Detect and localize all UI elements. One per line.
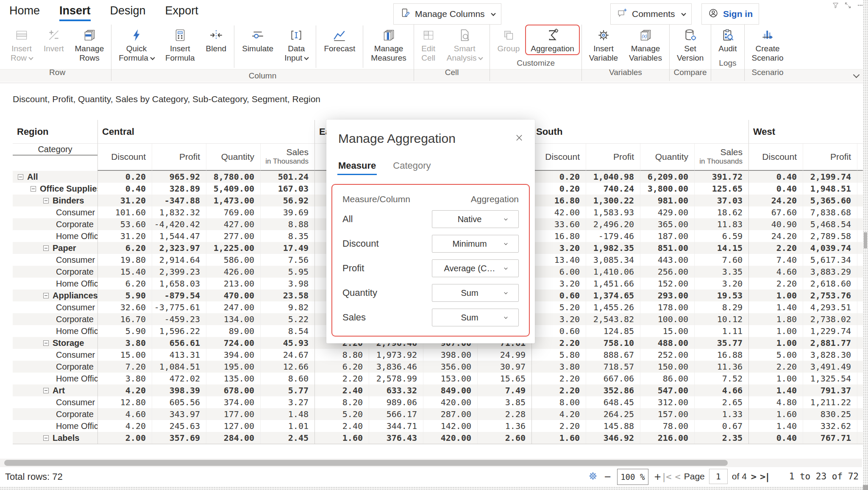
gear-icon[interactable] — [587, 471, 598, 483]
table-cell[interactable]: 2,199.74 — [803, 171, 857, 183]
table-cell[interactable]: 0.40 — [748, 183, 803, 195]
table-cell[interactable]: 8,780.00 — [206, 171, 260, 183]
table-cell[interactable]: 56.92 — [260, 195, 314, 206]
table-cell[interactable]: 37.03 — [694, 195, 748, 206]
measure-header-profit[interactable]: Profit — [586, 144, 640, 171]
table-cell[interactable]: 216.00 — [640, 432, 694, 444]
table-cell[interactable]: 8.54 — [260, 325, 314, 337]
quick-formula-button[interactable]: QuickFormula — [113, 25, 160, 64]
page-number-input[interactable]: 1 — [709, 469, 728, 484]
table-cell[interactable]: 1.00 — [748, 373, 803, 384]
table-cell[interactable]: 413.31 — [152, 349, 206, 361]
table-cell[interactable]: 3.20 — [531, 242, 586, 254]
table-cell[interactable]: 648.45 — [586, 396, 640, 408]
table-cell[interactable]: 152.00 — [640, 278, 694, 290]
table-cell[interactable]: 2,914.64 — [152, 254, 206, 266]
table-cell[interactable]: 178.00 — [640, 301, 694, 313]
collapse-icon[interactable] — [18, 174, 23, 180]
table-cell[interactable]: 1.40 — [748, 301, 803, 313]
category-column-header[interactable]: Category — [13, 144, 97, 156]
row-label-office-supplies[interactable]: Office Supplies — [13, 183, 97, 195]
table-cell[interactable]: 1.60 — [531, 432, 586, 444]
table-cell[interactable]: 14.15 — [694, 242, 748, 254]
table-cell[interactable]: 0.20 — [97, 171, 152, 183]
table-cell[interactable]: 67.60 — [748, 206, 803, 218]
measure-header-sales[interactable]: Salesin Thousands — [694, 144, 748, 171]
table-cell[interactable]: 2.00 — [97, 432, 152, 444]
insert-variable-button[interactable]: InsertVariable — [584, 25, 623, 64]
table-cell[interactable]: 2.28 — [477, 408, 531, 420]
table-cell[interactable]: 420.00 — [423, 396, 477, 408]
table-cell[interactable]: 357.69 — [152, 432, 206, 444]
table-cell[interactable]: 791.37 — [803, 384, 857, 396]
table-cell[interactable]: 53.60 — [97, 218, 152, 230]
table-cell[interactable]: 245.63 — [152, 420, 206, 432]
manage-rows-button[interactable]: ManageRows — [70, 25, 110, 64]
table-cell[interactable]: -179.46 — [586, 230, 640, 242]
table-cell[interactable]: 0.40 — [97, 183, 152, 195]
row-label-consumer[interactable]: Consumer — [13, 206, 97, 218]
table-cell[interactable]: 4.60 — [97, 408, 152, 420]
table-cell[interactable]: 851.00 — [640, 242, 694, 254]
table-cell[interactable]: 312.00 — [640, 396, 694, 408]
table-cell[interactable]: 888.67 — [586, 349, 640, 361]
data-input-button[interactable]: DataInput — [279, 25, 314, 64]
table-cell[interactable]: 426.00 — [206, 266, 260, 278]
table-cell[interactable]: 2,618.60 — [803, 278, 857, 290]
row-label-consumer[interactable]: Consumer — [13, 254, 97, 266]
table-cell[interactable]: -4,420.42 — [152, 218, 206, 230]
table-cell[interactable]: 718.57 — [586, 361, 640, 373]
measure-header-profit[interactable]: Profit — [152, 144, 206, 171]
row-label-binders[interactable]: Binders — [13, 195, 97, 206]
row-label-home-office[interactable]: Home Office — [13, 373, 97, 384]
table-cell[interactable]: 150.00 — [640, 361, 694, 373]
smart-analysis-button[interactable]: SmartAnalysis — [441, 25, 488, 64]
horizontal-scrollbar[interactable] — [0, 459, 862, 467]
table-cell[interactable]: 1,832.32 — [152, 206, 206, 218]
table-cell[interactable]: 19.53 — [694, 290, 748, 301]
table-cell[interactable]: 8.88 — [260, 218, 314, 230]
measure-header-quantity[interactable]: Quantity — [640, 144, 694, 171]
table-cell[interactable]: 100.00 — [640, 313, 694, 325]
row-label-corporate[interactable]: Corporate — [13, 361, 97, 373]
table-cell[interactable]: 3,836.46 — [369, 361, 423, 373]
manage-variables-button[interactable]: (x)ManageVariables — [623, 25, 668, 64]
table-cell[interactable]: 0.40 — [748, 432, 803, 444]
table-cell[interactable]: 1.00 — [748, 290, 803, 301]
row-label-all[interactable]: All — [13, 171, 97, 183]
close-icon[interactable] — [515, 133, 524, 144]
table-cell[interactable]: 0.20 — [531, 183, 586, 195]
table-cell[interactable]: 127.00 — [206, 420, 260, 432]
row-label-home-office[interactable]: Home Office — [13, 325, 97, 337]
table-cell[interactable]: 8.35 — [260, 230, 314, 242]
table-cell[interactable]: 153.00 — [423, 373, 477, 384]
table-cell[interactable]: 332.62 — [803, 420, 857, 432]
table-cell[interactable]: 374.00 — [206, 396, 260, 408]
table-cell[interactable]: 328.89 — [152, 183, 206, 195]
table-cell[interactable]: 356.00 — [423, 361, 477, 373]
ribbon-tab-insert[interactable]: Insert — [59, 4, 91, 21]
table-cell[interactable]: 3.27 — [260, 396, 314, 408]
next-page-button[interactable]: > — [751, 471, 756, 482]
row-label-corporate[interactable]: Corporate — [13, 266, 97, 278]
table-cell[interactable]: 352.86 — [586, 384, 640, 396]
table-cell[interactable]: 767.71 — [803, 432, 857, 444]
table-cell[interactable]: 5.77 — [260, 384, 314, 396]
table-cell[interactable]: 7.49 — [477, 384, 531, 396]
table-cell[interactable]: 1.36 — [477, 420, 531, 432]
vertical-scrollbar-thumb[interactable] — [864, 232, 867, 248]
zoom-out-button[interactable]: − — [604, 469, 611, 485]
table-cell[interactable]: 1,982.35 — [586, 242, 640, 254]
table-cell[interactable]: 264.25 — [586, 408, 640, 420]
row-label-corporate[interactable]: Corporate — [13, 218, 97, 230]
table-cell[interactable]: 5.00 — [748, 349, 803, 361]
table-cell[interactable]: 1,973.92 — [369, 349, 423, 361]
table-cell[interactable]: 398.00 — [423, 349, 477, 361]
table-cell[interactable]: 16.88 — [694, 349, 748, 361]
table-cell[interactable]: 849.00 — [423, 384, 477, 396]
table-cell[interactable]: 19.80 — [97, 254, 152, 266]
manage-columns-button[interactable]: Manage Columns — [393, 3, 501, 25]
table-cell[interactable]: 391.72 — [694, 171, 748, 183]
table-cell[interactable]: 547.00 — [640, 384, 694, 396]
table-cell[interactable]: 40.90 — [748, 218, 803, 230]
